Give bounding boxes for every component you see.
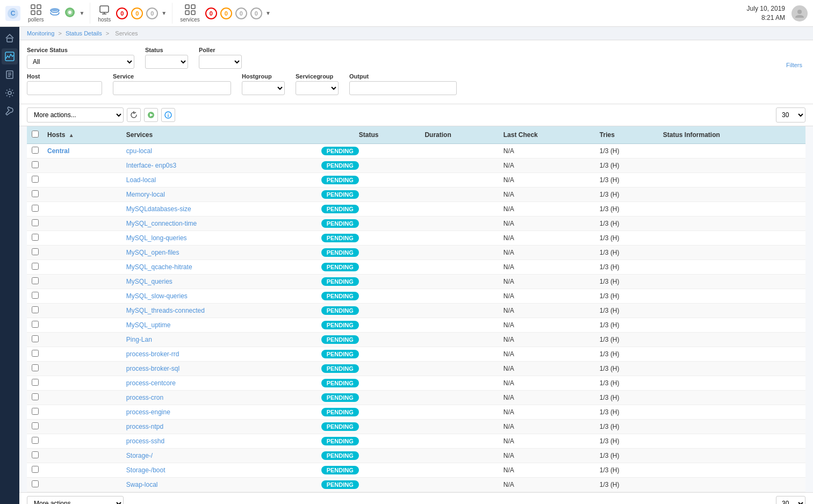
- row-checkbox[interactable]: [32, 437, 39, 444]
- servicegroup-select[interactable]: [296, 81, 339, 95]
- row-service[interactable]: process-broker-rrd: [122, 347, 317, 362]
- sidebar-item-settings[interactable]: [2, 85, 18, 101]
- breadcrumb-monitoring[interactable]: Monitoring: [27, 30, 54, 37]
- refresh-btn[interactable]: [127, 108, 141, 122]
- bottom-more-actions-select[interactable]: More actions...: [27, 496, 124, 504]
- row-service[interactable]: MySQL_open-files: [122, 246, 317, 260]
- row-checkbox[interactable]: [32, 393, 39, 400]
- row-checkbox[interactable]: [32, 422, 39, 429]
- header-duration[interactable]: Duration: [420, 126, 499, 144]
- row-checkbox[interactable]: [32, 321, 39, 328]
- poller-select[interactable]: [199, 55, 242, 69]
- sidebar-item-monitoring[interactable]: [2, 48, 18, 64]
- header-tries[interactable]: Tries: [595, 126, 659, 144]
- services-btn[interactable]: services: [178, 3, 202, 24]
- header-hosts[interactable]: Hosts ▲: [43, 126, 122, 144]
- select-all-checkbox[interactable]: [32, 131, 39, 138]
- pollers-btn[interactable]: pollers: [26, 3, 46, 24]
- row-checkbox[interactable]: [32, 480, 39, 487]
- row-checkbox[interactable]: [32, 190, 39, 197]
- row-service[interactable]: Storage-/boot: [122, 463, 317, 478]
- header-services[interactable]: Services: [122, 126, 317, 144]
- row-checkbox[interactable]: [32, 292, 39, 299]
- hosts-label: hosts: [98, 17, 111, 23]
- row-service[interactable]: MySQL_queries: [122, 275, 317, 289]
- row-host: [43, 217, 122, 231]
- row-service[interactable]: Swap-local: [122, 478, 317, 492]
- service-status-select[interactable]: All OK Warning Critical Unknown Pending: [27, 55, 134, 69]
- row-service[interactable]: MySQLdatabases-size: [122, 202, 317, 217]
- header-status-information[interactable]: Status Information: [659, 126, 805, 144]
- row-service[interactable]: process-ntpd: [122, 420, 317, 434]
- row-checkbox[interactable]: [32, 147, 39, 154]
- row-service[interactable]: MySQL_long-queries: [122, 231, 317, 246]
- row-service[interactable]: process-broker-sql: [122, 362, 317, 376]
- row-checkbox[interactable]: [32, 161, 39, 168]
- service-input[interactable]: [113, 81, 231, 95]
- row-tries: 1/3 (H): [595, 405, 659, 420]
- row-checkbox[interactable]: [32, 408, 39, 415]
- filter-servicegroup: Servicegroup: [296, 73, 339, 95]
- row-checkbox[interactable]: [32, 277, 39, 284]
- row-service[interactable]: process-cron: [122, 391, 317, 405]
- row-checkbox[interactable]: [32, 466, 39, 473]
- sidebar-item-reports[interactable]: [2, 67, 18, 83]
- hosts-dropdown-arrow[interactable]: ▼: [161, 10, 167, 16]
- row-service[interactable]: MySQL_slow-queries: [122, 289, 317, 304]
- row-service[interactable]: cpu-local: [122, 144, 317, 159]
- row-checkbox[interactable]: [32, 263, 39, 270]
- row-service[interactable]: Storage-/: [122, 449, 317, 463]
- play-btn[interactable]: [144, 108, 158, 122]
- pollers-dropdown-arrow[interactable]: ▼: [79, 10, 84, 16]
- row-checkbox[interactable]: [32, 219, 39, 226]
- row-checkbox[interactable]: [32, 451, 39, 458]
- table-row: process-centcore PENDING N/A 1/3 (H): [27, 376, 805, 391]
- row-service[interactable]: MySQL_uptime: [122, 318, 317, 333]
- info-btn[interactable]: i: [161, 108, 175, 122]
- row-service[interactable]: process-sshd: [122, 434, 317, 449]
- row-service[interactable]: process-engine: [122, 405, 317, 420]
- row-service[interactable]: Memory-local: [122, 188, 317, 202]
- row-checkbox[interactable]: [32, 234, 39, 241]
- row-service[interactable]: Load-local: [122, 173, 317, 188]
- more-actions-select[interactable]: More actions...: [27, 107, 124, 123]
- row-last-check: N/A: [499, 159, 595, 173]
- sidebar-item-home[interactable]: [2, 30, 18, 46]
- user-avatar[interactable]: [792, 5, 808, 21]
- row-service[interactable]: process-centcore: [122, 376, 317, 391]
- row-checkbox[interactable]: [32, 335, 39, 342]
- hostgroup-select[interactable]: [242, 81, 285, 95]
- svg-rect-16: [191, 11, 195, 15]
- row-checkbox[interactable]: [32, 379, 39, 386]
- row-checkbox[interactable]: [32, 306, 39, 313]
- filters-button[interactable]: Filters: [783, 61, 805, 69]
- row-service[interactable]: Ping-Lan: [122, 333, 317, 347]
- row-service[interactable]: MySQL_threads-connected: [122, 304, 317, 318]
- svg-text:C: C: [11, 10, 16, 17]
- row-checkbox[interactable]: [32, 176, 39, 183]
- row-checkbox[interactable]: [32, 248, 39, 255]
- header-last-check[interactable]: Last Check: [499, 126, 595, 144]
- per-page-select[interactable]: 30 50 100: [776, 107, 805, 123]
- row-service[interactable]: MySQL_qcache-hitrate: [122, 260, 317, 275]
- host-input[interactable]: [27, 81, 102, 95]
- row-service[interactable]: Interface- enp0s3: [122, 159, 317, 173]
- pollers-green-icon[interactable]: [64, 6, 76, 20]
- row-service[interactable]: MySQL_connection-time: [122, 217, 317, 231]
- pollers-db-icon[interactable]: [49, 6, 61, 20]
- row-status: PENDING: [317, 217, 421, 231]
- row-status-info: [659, 449, 805, 463]
- row-checkbox[interactable]: [32, 364, 39, 371]
- status-select[interactable]: [145, 55, 188, 69]
- hosts-btn[interactable]: hosts: [96, 3, 113, 24]
- row-last-check: N/A: [499, 376, 595, 391]
- row-last-check: N/A: [499, 391, 595, 405]
- header-status[interactable]: Status: [317, 126, 421, 144]
- output-input[interactable]: [349, 81, 457, 95]
- services-dropdown-arrow[interactable]: ▼: [265, 10, 271, 16]
- bottom-per-page-select[interactable]: 30 50 100: [776, 496, 805, 504]
- row-checkbox[interactable]: [32, 350, 39, 357]
- row-checkbox[interactable]: [32, 205, 39, 212]
- breadcrumb-status-details[interactable]: Status Details: [66, 30, 102, 37]
- sidebar-item-tools[interactable]: [2, 103, 18, 119]
